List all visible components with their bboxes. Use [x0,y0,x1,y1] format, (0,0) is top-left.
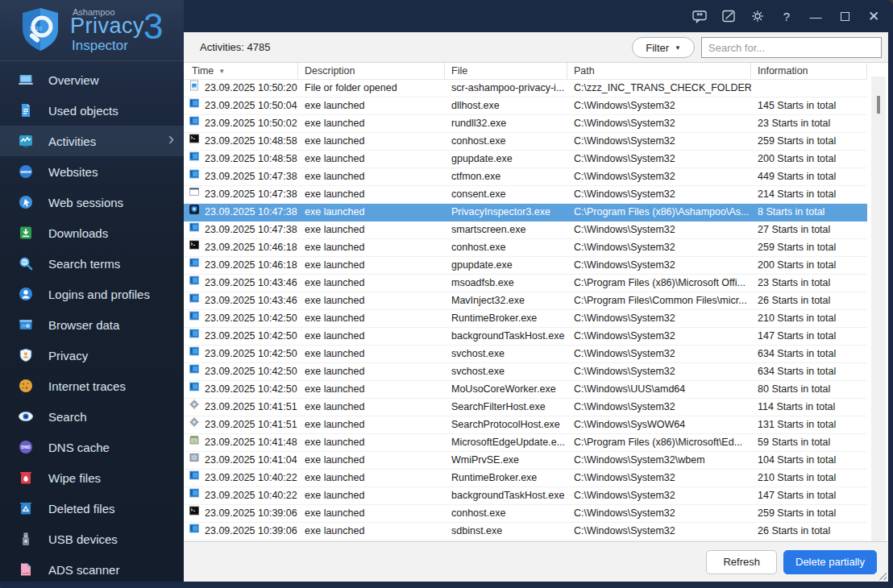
exe-file-icon [189,381,200,398]
time-value: 23.09.2025 10:41:48 [205,434,297,451]
vertical-scrollbar[interactable] [871,77,886,544]
exe-file-icon [189,168,200,185]
sidebar-item-logins-and-profiles[interactable]: Logins and profiles [0,279,184,309]
table-row[interactable]: 23.09.2025 10:42:50exe launchedRuntimeBr… [184,310,867,328]
time-value: 23.09.2025 10:47:38 [205,168,297,185]
table-row[interactable]: 23.09.2025 10:50:02exe launchedrundll32.… [184,115,867,133]
table-row[interactable]: 23.09.2025 10:41:51exe launchedSearchFil… [184,399,867,416]
table-row[interactable]: 23.09.2025 10:47:38exe launchedPrivacyIn… [184,204,867,222]
table-row[interactable]: 23.09.2025 10:50:20File or folder opened… [184,80,867,97]
table-row[interactable]: 23.09.2025 10:41:04exe launchedWmiPrvSE.… [184,452,867,470]
sidebar-item-used-objects[interactable]: Used objects [0,95,184,126]
sidebar-item-label: USB devices [48,532,118,546]
table-row[interactable]: 23.09.2025 10:47:38exe launchedconsent.e… [184,186,867,204]
cell-file: svchost.exe [445,346,567,362]
cell-time: 23.09.2025 10:47:38 [184,222,298,238]
cell-time: 23.09.2025 10:47:38 [184,186,298,203]
sidebar-item-wipe-files[interactable]: Wipe files [0,462,184,493]
sidebar-item-browser-data[interactable]: Browser data [0,309,184,340]
console-file-icon [189,239,200,256]
websites-icon: www [18,164,34,180]
sidebar-item-downloads[interactable]: Downloads [0,217,184,248]
cell-time: 23.09.2025 10:43:46 [184,275,298,292]
table-row[interactable]: 23.09.2025 10:47:38exe launchedsmartscre… [184,222,867,239]
table-row[interactable]: 23.09.2025 10:42:50exe launchedbackgroun… [184,328,867,346]
cell-information: 200 Starts in total [751,151,867,168]
cell-information: 26 Starts in total [751,292,867,309]
column-header-information[interactable]: Information [751,63,867,79]
time-value: 23.09.2025 10:41:51 [205,416,297,433]
filter-label: Filter [646,42,669,54]
table-row[interactable]: 23.09.2025 10:43:46exe launchedmsoadfsb.… [184,275,867,292]
sidebar-item-internet-traces[interactable]: Internet traces [0,371,184,401]
sidebar-item-label: Wipe files [48,471,101,485]
cell-description: exe launched [298,292,445,309]
time-value: 23.09.2025 10:48:58 [205,151,297,168]
table-row[interactable]: 23.09.2025 10:46:18exe launchedgpupdate.… [184,257,867,275]
cell-path: C:\Windows\System32 [567,363,751,380]
svg-text:DNS: DNS [21,445,31,449]
table-row[interactable]: 23.09.2025 10:46:18exe launchedconhost.e… [184,239,867,257]
sidebar-item-web-sessions[interactable]: Web sessions [0,187,184,217]
table-row[interactable]: 23.09.2025 10:40:22exe launchedRuntimeBr… [184,470,867,487]
table-row[interactable]: 23.09.2025 10:42:50exe launchedsvchost.e… [184,346,867,363]
table-row[interactable]: 23.09.2025 10:40:22exe launchedbackgroun… [184,487,867,505]
table-row[interactable]: 23.09.2025 10:41:51exe launchedSearchPro… [184,416,867,434]
table-row[interactable]: 23.09.2025 10:48:58exe launchedgpupdate.… [184,151,867,168]
cell-time: 23.09.2025 10:48:58 [184,151,298,168]
cell-time: 23.09.2025 10:39:06 [184,523,298,540]
resize-grip[interactable] [878,571,887,580]
table-row[interactable]: 23.09.2025 10:42:50exe launchedsvchost.e… [184,363,867,381]
delete-partially-button[interactable]: Delete partially [783,550,877,574]
feedback-icon[interactable]: ** [685,0,714,32]
sidebar-item-search-terms[interactable]: Search terms [0,248,184,279]
search-input[interactable] [701,37,882,58]
chevron-down-icon: ▼ [675,44,681,52]
time-value: 23.09.2025 10:42:50 [205,310,297,327]
notes-icon[interactable] [714,0,743,32]
sidebar-item-search[interactable]: Search [0,401,184,432]
settings-gear-icon[interactable] [743,0,772,32]
sidebar-item-usb-devices[interactable]: USB devices [0,524,184,554]
column-header-description[interactable]: Description [298,63,445,79]
minimize-icon[interactable]: — [801,0,830,32]
browser-data-icon [18,317,34,333]
table-row[interactable]: 23.09.2025 10:42:50exe launchedMoUsoCore… [184,381,867,399]
cell-path: C:\Windows\System32 [567,222,751,238]
column-header-time[interactable]: Time▼ [184,63,298,79]
sidebar-item-activities[interactable]: Activities› [0,126,184,156]
help-icon[interactable]: ? [772,0,801,32]
sidebar-item-privacy[interactable]: Privacy [0,340,184,371]
cell-description: exe launched [298,470,445,487]
table-row[interactable]: 23.09.2025 10:47:38exe launchedctfmon.ex… [184,168,867,186]
sidebar-item-label: Search terms [48,257,120,271]
sidebar-item-dns-cache[interactable]: DNSDNS cache [0,432,184,462]
scrollbar-thumb[interactable] [877,96,880,114]
cell-information: 23 Starts in total [751,275,867,292]
cell-information: 147 Starts in total [751,328,867,345]
maximize-icon[interactable] [830,0,859,32]
table-row[interactable]: 23.09.2025 10:43:46exe launchedMavInject… [184,292,867,310]
close-icon[interactable]: ✕ [859,0,888,32]
cell-description: exe launched [298,363,445,380]
table-row[interactable]: 23.09.2025 10:39:06exe launchedconhost.e… [184,505,867,523]
cell-path: C:\Windows\System32 [567,168,751,185]
table-row[interactable]: 23.09.2025 10:39:06exe launchedsdbinst.e… [184,523,867,540]
column-header-file[interactable]: File [445,63,567,79]
cell-time: 23.09.2025 10:40:22 [184,487,298,504]
svg-text:www: www [19,169,31,174]
svg-text:ADS: ADS [23,570,29,574]
sidebar-item-ads-scanner[interactable]: ADSADS scanner [0,554,184,585]
refresh-button[interactable]: Refresh [706,550,777,574]
table-row[interactable]: 23.09.2025 10:48:58exe launchedconhost.e… [184,133,867,151]
sidebar-item-deleted-files[interactable]: Deleted files [0,493,184,524]
used-objects-icon [18,102,34,118]
sidebar-item-overview[interactable]: Overview [0,64,184,95]
filter-button[interactable]: Filter ▼ [632,37,695,58]
table-row[interactable]: 23.09.2025 10:50:04exe launcheddllhost.e… [184,97,867,115]
cell-description: exe launched [298,505,445,522]
wipe-files-icon [18,470,34,486]
table-row[interactable]: 23.09.2025 10:41:48exe launchedMicrosoft… [184,434,867,452]
column-header-path[interactable]: Path [567,63,751,79]
sidebar-item-websites[interactable]: wwwWebsites [0,156,184,187]
